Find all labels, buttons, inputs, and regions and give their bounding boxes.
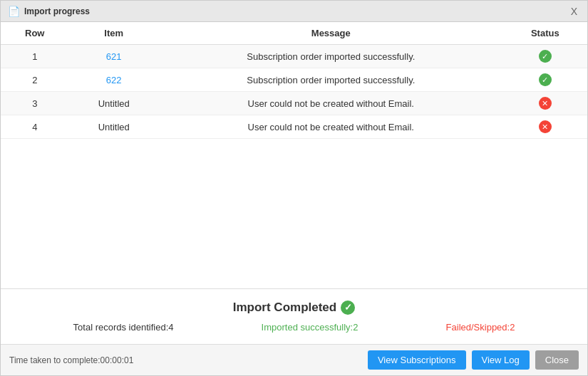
- stat-failed: Failed/Skipped:2: [446, 322, 515, 333]
- col-header-item: Item: [69, 22, 159, 45]
- col-header-message: Message: [159, 22, 503, 45]
- dialog-title-text: Import progress: [24, 6, 90, 16]
- status-error-icon: ✕: [539, 120, 552, 133]
- table-header-row: Row Item Message Status: [1, 22, 587, 45]
- cell-row-number: 3: [1, 92, 69, 115]
- import-completed-section: Import Completed ✓ Total records identif…: [1, 288, 587, 344]
- table-row: 2622Subscription order imported successf…: [1, 68, 587, 92]
- cell-row-number: 4: [1, 115, 69, 139]
- view-subscriptions-button[interactable]: View Subscriptions: [368, 350, 466, 370]
- cell-status: ✓: [503, 68, 587, 92]
- import-completed-label: Import Completed ✓: [1, 301, 587, 315]
- cell-item: Untitled: [69, 92, 159, 115]
- close-icon-button[interactable]: X: [568, 6, 580, 17]
- stat-success: Imported successfully:2: [262, 322, 359, 333]
- stats-row: Total records identified:4 Imported succ…: [1, 315, 587, 337]
- stat-total: Total records identified:4: [73, 322, 174, 333]
- table-area: Row Item Message Status 1621Subscription…: [1, 22, 587, 288]
- import-completed-text: Import Completed: [233, 301, 336, 315]
- cell-message: Subscription order imported successfully…: [159, 45, 503, 68]
- dialog-title: 📄 Import progress: [8, 6, 90, 17]
- time-taken-label: Time taken to complete:00:00:01: [9, 355, 133, 365]
- view-log-button[interactable]: View Log: [472, 350, 530, 370]
- dialog-footer: Time taken to complete:00:00:01 View Sub…: [1, 344, 587, 375]
- cell-status: ✓: [503, 45, 587, 68]
- cell-row-number: 1: [1, 45, 69, 68]
- cell-row-number: 2: [1, 68, 69, 92]
- table-row: 1621Subscription order imported successf…: [1, 45, 587, 68]
- table-row: 3UntitledUser could not be created witho…: [1, 92, 587, 115]
- cell-message: User could not be created without Email.: [159, 115, 503, 139]
- table-row: 4UntitledUser could not be created witho…: [1, 115, 587, 139]
- cell-item[interactable]: 622: [69, 68, 159, 92]
- cell-status: ✕: [503, 92, 587, 115]
- completed-check-icon: ✓: [341, 301, 355, 315]
- doc-icon: 📄: [8, 6, 20, 17]
- cell-item[interactable]: 621: [69, 45, 159, 68]
- table-body: 1621Subscription order imported successf…: [1, 45, 587, 139]
- import-table: Row Item Message Status 1621Subscription…: [1, 22, 587, 139]
- dialog-header: 📄 Import progress X: [1, 1, 587, 22]
- cell-item: Untitled: [69, 115, 159, 139]
- cell-message: Subscription order imported successfully…: [159, 68, 503, 92]
- status-ok-icon: ✓: [539, 73, 552, 86]
- cell-status: ✕: [503, 115, 587, 139]
- status-error-icon: ✕: [539, 97, 552, 110]
- footer-buttons: View Subscriptions View Log Close: [368, 350, 579, 370]
- col-header-row: Row: [1, 22, 69, 45]
- import-progress-dialog: 📄 Import progress X Row Item Message Sta…: [0, 0, 588, 376]
- cell-message: User could not be created without Email.: [159, 92, 503, 115]
- close-button[interactable]: Close: [535, 350, 579, 370]
- status-ok-icon: ✓: [539, 50, 552, 63]
- col-header-status: Status: [503, 22, 587, 45]
